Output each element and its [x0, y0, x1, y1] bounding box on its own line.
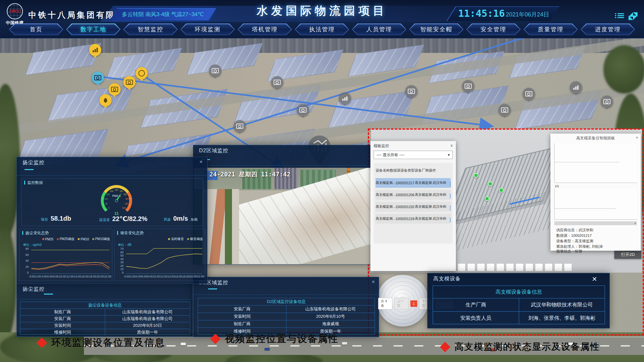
- device-table-rows: 高支模监测... 1000201217 高支模监测 武汉华和 高支模监测... …: [376, 178, 451, 224]
- video-marker-icon[interactable]: [92, 72, 104, 84]
- x-tick: 16:00: [175, 275, 182, 278]
- kebab-menu-icon[interactable]: [450, 194, 451, 198]
- detail-line: 供应商信息：武汉华和: [556, 228, 593, 233]
- sensor-point[interactable]: [485, 196, 489, 201]
- table-row[interactable]: 高支模监测... 1000201217 高支模监测 武汉华和: [376, 178, 451, 188]
- svg-text:350: 350: [123, 193, 127, 196]
- site-chart-marker-icon[interactable]: [570, 81, 582, 94]
- current-page-button[interactable]: 1: [410, 300, 418, 307]
- toolbar-icon[interactable]: [564, 263, 572, 271]
- toolbar-icon[interactable]: [477, 263, 485, 271]
- trend-chart-1: [554, 143, 637, 183]
- x-tick: 20:00: [190, 275, 197, 278]
- camera-icon: [274, 80, 281, 85]
- close-icon[interactable]: ✕: [592, 276, 597, 282]
- env-chart-marker-icon[interactable]: [89, 44, 101, 56]
- x-tick: 10:00: [153, 275, 160, 278]
- nav-button[interactable]: 人员管理: [352, 24, 406, 35]
- table-row[interactable]: 高支模监测... 1000201232 高支模监测 武汉华和: [376, 202, 451, 212]
- sensor-point[interactable]: [474, 173, 478, 178]
- nav-button[interactable]: 执法管理: [295, 24, 349, 35]
- wind-stat: 风速0m/s 东南: [164, 215, 198, 222]
- menu-list-icon[interactable]: [615, 12, 624, 20]
- table-row: 生产厂商 武汉华和物联技术有限公司: [433, 298, 605, 311]
- legend-item: 噪音阈值: [187, 237, 203, 241]
- toolbar-icon[interactable]: [496, 263, 504, 271]
- camera-icon: [94, 75, 101, 80]
- close-icon[interactable]: ×: [636, 135, 638, 140]
- nav-button[interactable]: 安全管理: [467, 24, 521, 35]
- d2-info-panel: D2区域监控 × D2区域监控设备信息 安装厂商山东瑞鲁机电设备有限公司 安装时…: [193, 277, 379, 337]
- open-2d-button[interactable]: 打开2D: [614, 250, 641, 259]
- detail-line: 预警状态：报警: [556, 249, 582, 254]
- site-camera-marker-icon[interactable]: [601, 96, 613, 108]
- close-icon[interactable]: ×: [199, 159, 203, 165]
- annotation-env: 环境监测设备位置及信息: [38, 336, 165, 349]
- kebab-menu-icon[interactable]: [450, 206, 451, 210]
- kebab-menu-icon[interactable]: [450, 218, 451, 222]
- chart-legend: PM25PM25阈值PM10PM10阈值: [42, 237, 110, 241]
- camera-icon: [603, 99, 610, 104]
- water-marker-icon[interactable]: [99, 94, 112, 106]
- toolbar-icon[interactable]: [545, 263, 553, 271]
- y-tick: 80: [25, 247, 29, 250]
- nav-button[interactable]: 首页: [9, 24, 63, 35]
- nav-button[interactable]: 环境监测: [181, 24, 235, 35]
- nav-button[interactable]: 进度管理: [581, 24, 635, 35]
- car: [342, 342, 347, 345]
- close-icon[interactable]: x: [451, 143, 453, 148]
- panel-title: 扬尘监控: [23, 286, 45, 293]
- y-tick: 20: [25, 265, 29, 268]
- chart-unit: 单位：dB: [118, 243, 131, 247]
- svg-text:400: 400: [125, 198, 129, 200]
- table-row[interactable]: 高支模监测... 1000201218 高支模监测 武汉华和: [376, 214, 451, 224]
- site-camera-marker-icon[interactable]: [498, 104, 511, 116]
- site-camera-marker-icon[interactable]: [271, 76, 283, 88]
- nav-button[interactable]: 智慧监控: [123, 24, 177, 35]
- nav-button[interactable]: 数字工地: [66, 24, 120, 35]
- nav-button[interactable]: 智能安全帽: [409, 24, 463, 35]
- site-camera-marker-icon[interactable]: [405, 85, 418, 97]
- site-camera-marker-icon[interactable]: [523, 88, 535, 100]
- cctv-video-frame[interactable]: 24-2021 星期四 11:47:42: [194, 168, 371, 264]
- toolbar-icon[interactable]: [554, 263, 562, 271]
- sensor-point[interactable]: [488, 181, 493, 186]
- site-camera-marker-icon[interactable]: [234, 120, 246, 132]
- svg-text:100: 100: [104, 198, 108, 200]
- close-icon[interactable]: ×: [372, 279, 375, 285]
- prev-page-button[interactable]: 上一页: [394, 298, 408, 309]
- collapse-icon[interactable]: [629, 12, 638, 20]
- globe-marker-icon[interactable]: [136, 67, 148, 79]
- x-tick: 2:00: [35, 275, 41, 278]
- toolbar-icon[interactable]: [487, 263, 495, 271]
- x-tick: 6:00: [47, 275, 53, 278]
- table-row[interactable]: 高支模监测... 1000201206 高支模监测 武汉华和: [376, 190, 451, 200]
- legend-item: 实时噪音: [168, 237, 184, 241]
- camera-marker-icon[interactable]: [123, 76, 136, 88]
- site-chart-marker-icon[interactable]: [339, 92, 351, 105]
- toolbar-icon[interactable]: [506, 263, 514, 271]
- device-filter-dropdown[interactable]: ---- 显示所有 ---- ▾: [374, 151, 453, 159]
- toolbar-icon[interactable]: [458, 263, 466, 271]
- nav-button[interactable]: 质量管理: [524, 24, 578, 35]
- x-tick: 0:00: [29, 275, 35, 278]
- nav-button[interactable]: 塔机管理: [238, 24, 292, 35]
- site-camera-marker-icon[interactable]: [297, 104, 309, 116]
- toolbar-icon[interactable]: [535, 263, 543, 271]
- device-list-panel: 模板监控 x ---- 显示所有 ---- ▾ 设备名称数据源设备类型设备厂商操…: [370, 141, 456, 271]
- site-camera-marker-icon[interactable]: [462, 80, 474, 92]
- x-axis-labels: 0:002:004:006:008:0010:0012:0014:0016:00…: [124, 275, 204, 278]
- sensor-point[interactable]: [499, 188, 504, 193]
- site-camera-marker-icon[interactable]: [209, 65, 221, 77]
- x-tick: 20:00: [96, 275, 104, 278]
- camera-marker-icon[interactable]: [108, 83, 121, 96]
- kebab-menu-icon[interactable]: [450, 182, 451, 186]
- toolbar-icon[interactable]: [467, 263, 475, 271]
- chevron-down-icon: ▾: [448, 153, 450, 157]
- panel-scrollbar[interactable]: ▾: [554, 221, 637, 225]
- diamond-bullet-icon: [440, 342, 450, 352]
- toolbar-icon[interactable]: [516, 263, 524, 271]
- device-table-header: 设备名称数据源设备类型设备厂商操作: [376, 165, 451, 176]
- toolbar-icon[interactable]: [525, 263, 533, 271]
- table-row: 维修时间质保期一年: [20, 329, 190, 336]
